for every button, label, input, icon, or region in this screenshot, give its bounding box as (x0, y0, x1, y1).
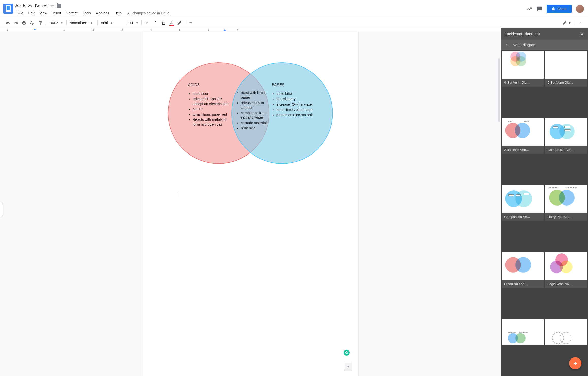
list-item: turns litmus paper blue (276, 107, 315, 112)
style-dropdown[interactable]: Normal text▼ (68, 19, 96, 27)
menu-format[interactable]: Format (64, 10, 80, 16)
menu-insert[interactable]: Insert (50, 10, 63, 16)
ruler-mark: 4 (150, 28, 152, 31)
doc-title[interactable]: Acids vs. Bases (15, 3, 47, 9)
text-cursor (178, 192, 178, 197)
trend-icon[interactable] (526, 6, 532, 12)
close-icon[interactable]: ✕ (580, 31, 584, 37)
list-item: burn skin (241, 126, 272, 131)
venn-left-list: taste sourrelease H+ ion OR accept an el… (188, 91, 231, 127)
list-item: react with litmus paper (241, 90, 272, 100)
fontsize-dropdown[interactable]: 11▼ (128, 19, 140, 27)
share-button[interactable]: Share (547, 5, 572, 13)
editing-mode-button[interactable]: ▼ (561, 19, 573, 27)
spellcheck-button[interactable] (28, 19, 36, 27)
template-card[interactable]: ACIDSBASESAcid-Base Ven… (502, 118, 544, 154)
zoom-dropdown[interactable]: 100%▼ (47, 19, 65, 27)
italic-button[interactable]: I (151, 19, 159, 27)
share-label: Share (557, 7, 567, 11)
ruler[interactable]: 11234567 (0, 28, 501, 32)
template-label: Logic venn dia… (545, 280, 587, 288)
template-card[interactable]: Logic venn dia… (545, 252, 587, 288)
style-value: Normal text (70, 21, 88, 25)
outline-tab[interactable] (0, 202, 3, 217)
undo-button[interactable] (4, 19, 12, 27)
redo-button[interactable] (12, 19, 20, 27)
list-item: combine to form salt and water (241, 111, 272, 120)
venn-left-title: ACIDS (188, 83, 231, 87)
ruler-mark: 6 (208, 28, 209, 31)
search-input[interactable] (513, 43, 584, 47)
template-card[interactable]: Comparison Ve… (545, 118, 587, 154)
template-label: Harry Potter/L… (545, 213, 587, 221)
template-label: Acid-Base Ven… (502, 146, 544, 154)
menu-edit[interactable]: Edit (26, 10, 37, 16)
add-button[interactable]: + (569, 357, 581, 369)
document-page[interactable]: ACIDS taste sourrelease H+ ion OR accept… (142, 32, 358, 376)
underline-button[interactable]: U (159, 19, 167, 27)
font-dropdown[interactable]: Arial▼ (99, 19, 125, 27)
venn-diagram[interactable]: ACIDS taste sourrelease H+ ion OR accept… (168, 62, 333, 169)
template-thumb (545, 118, 587, 146)
template-thumb (502, 51, 544, 79)
star-icon[interactable]: ☆ (50, 3, 54, 9)
template-thumb: ACIDSBASES (502, 118, 544, 146)
template-thumb (502, 252, 544, 280)
list-item: taste bitter (276, 91, 315, 96)
template-card[interactable]: Hinduism and … (502, 252, 544, 288)
template-thumb: Math ClassScience Class (502, 319, 544, 345)
bold-button[interactable]: B (143, 19, 151, 27)
template-label: Comparison Ve… (545, 146, 587, 154)
template-label: 6 Set Venn Dia… (545, 79, 587, 87)
toolbar: 100%▼ Normal text▼ Arial▼ 11▼ B I U A ••… (0, 18, 588, 28)
template-card[interactable]: Harry PotterLord of the RingsHarry Potte… (545, 185, 587, 221)
menu-view[interactable]: View (37, 10, 50, 16)
template-card[interactable]: Comparison Ve… (502, 185, 544, 221)
print-button[interactable] (20, 19, 28, 27)
ruler-mark: 7 (237, 28, 238, 31)
menu-help[interactable]: Help (112, 10, 124, 16)
template-label: 4-Set Venn Dia… (502, 79, 544, 87)
font-value: Arial (101, 21, 108, 25)
template-card[interactable]: 6 Set Venn Dia… (545, 51, 587, 87)
menu-addons[interactable]: Add-ons (94, 10, 111, 16)
template-thumb: Harry PotterLord of the Rings (545, 185, 587, 213)
template-card[interactable]: Math ClassScience Class (502, 319, 544, 345)
ruler-mark: 2 (93, 28, 94, 31)
explore-button[interactable]: ✦ (344, 363, 352, 371)
ruler-mark: 3 (121, 28, 123, 31)
collapse-button[interactable] (576, 19, 584, 27)
ruler-mark: 5 (179, 28, 181, 31)
template-card[interactable] (545, 319, 587, 345)
list-item: increase [OH-] in water (276, 102, 315, 107)
lucidchart-sidebar: Lucidchart Diagrams ✕ ← 4-Set Venn Dia…6… (501, 28, 588, 376)
template-thumb (545, 252, 587, 280)
text-color-button[interactable]: A (168, 19, 175, 27)
list-item: pH < 7 (193, 107, 231, 112)
docs-logo[interactable] (3, 4, 13, 14)
save-status: All changes saved in Drive (127, 11, 169, 15)
list-item: Reacts with metals to form hydrogen gas (193, 117, 231, 127)
menu-file[interactable]: File (15, 10, 26, 16)
paint-format-button[interactable] (37, 19, 44, 27)
template-label: Comparison Ve… (502, 213, 544, 221)
folder-icon[interactable] (57, 4, 61, 8)
template-label: Hinduism and … (502, 280, 544, 288)
highlight-button[interactable] (176, 19, 183, 27)
back-icon[interactable]: ← (505, 42, 509, 47)
grammarly-icon[interactable]: G (344, 350, 350, 356)
template-thumb (545, 51, 587, 79)
scrollbar[interactable] (498, 58, 500, 122)
menu-tools[interactable]: Tools (80, 10, 93, 16)
list-item: feel slippery (276, 97, 315, 101)
avatar[interactable] (576, 5, 584, 13)
more-button[interactable]: ••• (187, 19, 194, 27)
venn-right-title: BASES (272, 83, 315, 87)
venn-right-list: taste bitterfeel slipperyincrease [OH-] … (272, 91, 315, 117)
template-card[interactable]: 4-Set Venn Dia… (502, 51, 544, 87)
list-item: release ions in solution (241, 100, 272, 110)
list-item: turns litmus paper red (193, 112, 231, 117)
comments-icon[interactable] (536, 6, 543, 12)
ruler-mark: 1 (7, 28, 8, 31)
venn-both-list: react with litmus paperrelease ions in s… (236, 90, 272, 131)
